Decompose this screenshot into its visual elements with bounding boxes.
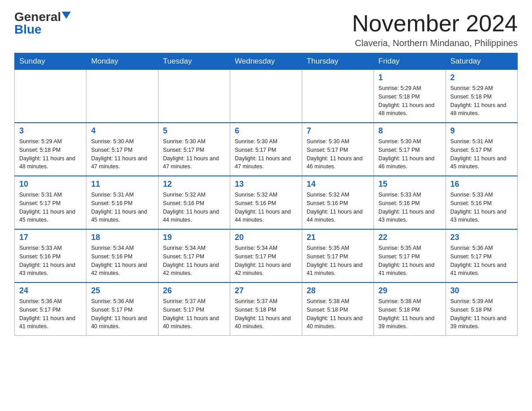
day-info: Sunrise: 5:36 AMSunset: 5:17 PMDaylight:… [19, 297, 82, 331]
header-monday: Monday [86, 53, 158, 70]
table-row: 1Sunrise: 5:29 AMSunset: 5:18 PMDaylight… [374, 70, 446, 123]
day-number: 23 [450, 233, 513, 242]
table-row: 4Sunrise: 5:30 AMSunset: 5:17 PMDaylight… [86, 123, 158, 176]
day-number: 21 [307, 233, 369, 242]
table-row: 18Sunrise: 5:34 AMSunset: 5:16 PMDayligh… [86, 229, 158, 283]
day-info: Sunrise: 5:32 AMSunset: 5:16 PMDaylight:… [163, 191, 225, 224]
logo-general: General [14, 11, 61, 23]
header-saturday: Saturday [446, 53, 517, 70]
day-info: Sunrise: 5:36 AMSunset: 5:17 PMDaylight:… [450, 244, 513, 278]
day-number: 4 [91, 126, 153, 136]
header-sunday: Sunday [15, 53, 86, 70]
title-block: November 2024 Claveria, Northern Mindana… [352, 11, 518, 48]
day-info: Sunrise: 5:31 AMSunset: 5:16 PMDaylight:… [91, 191, 153, 224]
table-row [230, 70, 302, 123]
day-number: 22 [378, 233, 441, 242]
day-info: Sunrise: 5:30 AMSunset: 5:17 PMDaylight:… [235, 137, 297, 171]
day-number: 27 [235, 286, 297, 295]
calendar-week-row: 24Sunrise: 5:36 AMSunset: 5:17 PMDayligh… [15, 283, 518, 336]
table-row: 23Sunrise: 5:36 AMSunset: 5:17 PMDayligh… [446, 229, 517, 283]
table-row: 26Sunrise: 5:37 AMSunset: 5:17 PMDayligh… [158, 283, 230, 336]
day-info: Sunrise: 5:31 AMSunset: 5:17 PMDaylight:… [450, 137, 513, 171]
day-number: 26 [163, 286, 225, 295]
day-number: 5 [163, 126, 225, 136]
day-info: Sunrise: 5:37 AMSunset: 5:17 PMDaylight:… [163, 297, 225, 331]
day-number: 11 [91, 180, 153, 189]
header-friday: Friday [374, 53, 446, 70]
table-row: 17Sunrise: 5:33 AMSunset: 5:16 PMDayligh… [15, 229, 86, 283]
day-number: 2 [450, 73, 513, 82]
day-number: 20 [235, 233, 297, 242]
header-thursday: Thursday [302, 53, 373, 70]
day-info: Sunrise: 5:30 AMSunset: 5:17 PMDaylight:… [91, 137, 153, 171]
table-row: 25Sunrise: 5:36 AMSunset: 5:17 PMDayligh… [86, 283, 158, 336]
day-number: 9 [450, 126, 513, 136]
day-number: 8 [378, 126, 441, 136]
day-number: 29 [378, 286, 441, 295]
day-number: 12 [163, 180, 225, 189]
day-info: Sunrise: 5:35 AMSunset: 5:17 PMDaylight:… [378, 244, 441, 278]
table-row [15, 70, 86, 123]
table-row: 12Sunrise: 5:32 AMSunset: 5:16 PMDayligh… [158, 176, 230, 229]
day-info: Sunrise: 5:30 AMSunset: 5:17 PMDaylight:… [307, 137, 369, 171]
day-info: Sunrise: 5:38 AMSunset: 5:18 PMDaylight:… [307, 297, 369, 331]
day-number: 18 [91, 233, 153, 242]
table-row: 9Sunrise: 5:31 AMSunset: 5:17 PMDaylight… [446, 123, 517, 176]
table-row: 3Sunrise: 5:29 AMSunset: 5:18 PMDaylight… [15, 123, 86, 176]
table-row [86, 70, 158, 123]
table-row: 22Sunrise: 5:35 AMSunset: 5:17 PMDayligh… [374, 229, 446, 283]
table-row: 16Sunrise: 5:33 AMSunset: 5:16 PMDayligh… [446, 176, 517, 229]
day-info: Sunrise: 5:30 AMSunset: 5:17 PMDaylight:… [378, 137, 441, 171]
day-info: Sunrise: 5:39 AMSunset: 5:18 PMDaylight:… [450, 297, 513, 331]
logo-triangle-icon [62, 12, 71, 19]
table-row: 6Sunrise: 5:30 AMSunset: 5:17 PMDaylight… [230, 123, 302, 176]
day-number: 1 [378, 73, 441, 82]
day-info: Sunrise: 5:37 AMSunset: 5:18 PMDaylight:… [235, 297, 297, 331]
day-info: Sunrise: 5:33 AMSunset: 5:16 PMDaylight:… [378, 191, 441, 224]
table-row [158, 70, 230, 123]
day-number: 19 [163, 233, 225, 242]
day-number: 30 [450, 286, 513, 295]
day-number: 10 [19, 180, 82, 189]
calendar-week-row: 10Sunrise: 5:31 AMSunset: 5:17 PMDayligh… [15, 176, 518, 229]
header-tuesday: Tuesday [158, 53, 230, 70]
day-number: 16 [450, 180, 513, 189]
table-row: 28Sunrise: 5:38 AMSunset: 5:18 PMDayligh… [302, 283, 373, 336]
day-number: 13 [235, 180, 297, 189]
table-row: 11Sunrise: 5:31 AMSunset: 5:16 PMDayligh… [86, 176, 158, 229]
day-number: 3 [19, 126, 82, 136]
day-info: Sunrise: 5:30 AMSunset: 5:17 PMDaylight:… [163, 137, 225, 171]
table-row: 13Sunrise: 5:32 AMSunset: 5:16 PMDayligh… [230, 176, 302, 229]
table-row: 24Sunrise: 5:36 AMSunset: 5:17 PMDayligh… [15, 283, 86, 336]
day-number: 28 [307, 286, 369, 295]
table-row: 21Sunrise: 5:35 AMSunset: 5:17 PMDayligh… [302, 229, 373, 283]
day-info: Sunrise: 5:34 AMSunset: 5:16 PMDaylight:… [91, 244, 153, 278]
calendar-week-row: 3Sunrise: 5:29 AMSunset: 5:18 PMDaylight… [15, 123, 518, 176]
day-info: Sunrise: 5:29 AMSunset: 5:18 PMDaylight:… [19, 137, 82, 171]
table-row: 5Sunrise: 5:30 AMSunset: 5:17 PMDaylight… [158, 123, 230, 176]
table-row: 30Sunrise: 5:39 AMSunset: 5:18 PMDayligh… [446, 283, 517, 336]
table-row: 15Sunrise: 5:33 AMSunset: 5:16 PMDayligh… [374, 176, 446, 229]
table-row: 14Sunrise: 5:32 AMSunset: 5:16 PMDayligh… [302, 176, 373, 229]
table-row: 2Sunrise: 5:29 AMSunset: 5:18 PMDaylight… [446, 70, 517, 123]
table-row: 10Sunrise: 5:31 AMSunset: 5:17 PMDayligh… [15, 176, 86, 229]
location-subtitle: Claveria, Northern Mindanao, Philippines [352, 38, 518, 48]
table-row: 27Sunrise: 5:37 AMSunset: 5:18 PMDayligh… [230, 283, 302, 336]
day-number: 14 [307, 180, 369, 189]
day-info: Sunrise: 5:36 AMSunset: 5:17 PMDaylight:… [91, 297, 153, 331]
table-row: 29Sunrise: 5:38 AMSunset: 5:18 PMDayligh… [374, 283, 446, 336]
weekday-header-row: Sunday Monday Tuesday Wednesday Thursday… [15, 53, 518, 70]
table-row: 19Sunrise: 5:34 AMSunset: 5:17 PMDayligh… [158, 229, 230, 283]
day-info: Sunrise: 5:34 AMSunset: 5:17 PMDaylight:… [163, 244, 225, 278]
table-row: 8Sunrise: 5:30 AMSunset: 5:17 PMDaylight… [374, 123, 446, 176]
day-info: Sunrise: 5:38 AMSunset: 5:18 PMDaylight:… [378, 297, 441, 331]
day-info: Sunrise: 5:32 AMSunset: 5:16 PMDaylight:… [307, 191, 369, 224]
logo-blue: Blue [14, 23, 42, 36]
day-number: 6 [235, 126, 297, 136]
day-info: Sunrise: 5:29 AMSunset: 5:18 PMDaylight:… [450, 84, 513, 118]
table-row: 20Sunrise: 5:34 AMSunset: 5:17 PMDayligh… [230, 229, 302, 283]
day-info: Sunrise: 5:34 AMSunset: 5:17 PMDaylight:… [235, 244, 297, 278]
day-info: Sunrise: 5:29 AMSunset: 5:18 PMDaylight:… [378, 84, 441, 118]
day-info: Sunrise: 5:33 AMSunset: 5:16 PMDaylight:… [450, 191, 513, 224]
calendar-table: Sunday Monday Tuesday Wednesday Thursday… [14, 53, 518, 336]
